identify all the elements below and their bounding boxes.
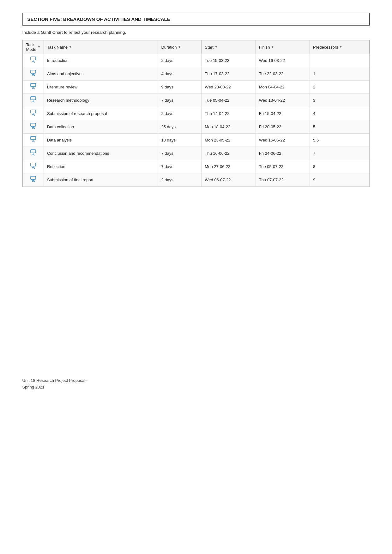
task-name-cell: Data collection bbox=[44, 120, 158, 134]
finish-cell: Tue 05-07-22 bbox=[256, 160, 310, 173]
col-duration-label: Duration bbox=[161, 45, 177, 50]
finish-cell: Mon 04-04-22 bbox=[256, 81, 310, 94]
start-cell: Thu 17-03-22 bbox=[202, 67, 256, 81]
task-mode-icon bbox=[30, 136, 37, 143]
task-mode-icon bbox=[30, 123, 37, 129]
task-name-cell: Literature review bbox=[44, 81, 158, 94]
task-name-cell: Reflection bbox=[44, 160, 158, 173]
task-name-cell: Introduction bbox=[44, 54, 158, 67]
start-cell: Wed 06-07-22 bbox=[202, 173, 256, 187]
task-mode-icon bbox=[30, 149, 37, 156]
task-mode-cell bbox=[23, 107, 44, 120]
svg-rect-32 bbox=[31, 163, 36, 166]
task-mode-cell bbox=[23, 120, 44, 134]
predecessors-cell: 7 bbox=[310, 147, 369, 160]
finish-cell: Fri 24-06-22 bbox=[256, 147, 310, 160]
table-row: Aims and objectives4 daysThu 17-03-22Tue… bbox=[23, 67, 369, 81]
col-task-mode-label: TaskMode bbox=[26, 42, 37, 52]
start-cell: Wed 23-03-22 bbox=[202, 81, 256, 94]
col-predecessors-sort-icon[interactable]: ▼ bbox=[340, 45, 342, 49]
duration-cell: 18 days bbox=[158, 134, 202, 147]
svg-rect-28 bbox=[31, 150, 36, 153]
duration-cell: 2 days bbox=[158, 173, 202, 187]
col-duration[interactable]: Duration ▼ bbox=[158, 40, 202, 54]
start-cell: Mon 18-04-22 bbox=[202, 120, 256, 134]
svg-rect-36 bbox=[31, 176, 36, 179]
footer-line1: Unit 18 Research Project Proposal– bbox=[22, 377, 370, 384]
table-row: Research methodology7 daysTue 05-04-22We… bbox=[23, 94, 369, 107]
col-duration-sort-icon[interactable]: ▼ bbox=[178, 45, 181, 49]
col-task-name-sort-icon[interactable]: ▼ bbox=[69, 45, 72, 49]
col-start-sort-icon[interactable]: ▼ bbox=[215, 45, 218, 49]
task-name-cell: Data analysis bbox=[44, 134, 158, 147]
table-row: Reflection7 daysMon 27-06-22Tue 05-07-22… bbox=[23, 160, 369, 173]
duration-cell: 9 days bbox=[158, 81, 202, 94]
task-name-cell: Aims and objectives bbox=[44, 67, 158, 81]
duration-cell: 2 days bbox=[158, 54, 202, 67]
col-task-mode-sort-icon[interactable]: ▼ bbox=[38, 45, 40, 49]
task-mode-cell bbox=[23, 54, 44, 67]
svg-marker-23 bbox=[34, 128, 35, 129]
section-title: SECTION FIVE: BREAKDOWN OF ACTIVITIES AN… bbox=[22, 13, 370, 26]
duration-cell: 25 days bbox=[158, 120, 202, 134]
col-finish[interactable]: Finish ▼ bbox=[256, 40, 310, 54]
task-mode-icon bbox=[30, 96, 37, 103]
table-row: Data analysis18 daysMon 23-05-22Wed 15-0… bbox=[23, 134, 369, 147]
predecessors-cell: 1 bbox=[310, 67, 369, 81]
task-name-cell: Submission of final report bbox=[44, 173, 158, 187]
finish-cell: Fri 20-05-22 bbox=[256, 120, 310, 134]
predecessors-cell bbox=[310, 54, 369, 67]
table-row: Submission of final report2 daysWed 06-0… bbox=[23, 173, 369, 187]
finish-cell: Wed 16-03-22 bbox=[256, 54, 310, 67]
task-mode-cell bbox=[23, 81, 44, 94]
col-task-name[interactable]: Task Name ▼ bbox=[44, 40, 158, 54]
task-mode-cell bbox=[23, 160, 44, 173]
section-subtitle: Include a Gantt Chart to reflect your re… bbox=[22, 30, 370, 35]
predecessors-cell: 5,6 bbox=[310, 134, 369, 147]
svg-rect-0 bbox=[31, 57, 36, 60]
task-name-cell: Conclusion and recommendations bbox=[44, 147, 158, 160]
svg-rect-20 bbox=[31, 123, 36, 126]
finish-cell: Wed 15-06-22 bbox=[256, 134, 310, 147]
start-cell: Mon 23-05-22 bbox=[202, 134, 256, 147]
predecessors-cell: 4 bbox=[310, 107, 369, 120]
start-cell: Thu 14-04-22 bbox=[202, 107, 256, 120]
task-mode-icon bbox=[30, 176, 37, 183]
duration-cell: 2 days bbox=[158, 107, 202, 120]
task-mode-icon bbox=[30, 56, 37, 63]
col-finish-sort-icon[interactable]: ▼ bbox=[271, 45, 274, 49]
col-start[interactable]: Start ▼ bbox=[202, 40, 256, 54]
start-cell: Thu 16-06-22 bbox=[202, 147, 256, 160]
start-cell: Mon 27-06-22 bbox=[202, 160, 256, 173]
duration-cell: 7 days bbox=[158, 160, 202, 173]
start-cell: Tue 15-03-22 bbox=[202, 54, 256, 67]
task-mode-cell bbox=[23, 67, 44, 81]
svg-marker-35 bbox=[34, 168, 35, 169]
svg-rect-24 bbox=[31, 136, 36, 140]
finish-cell: Tue 22-03-22 bbox=[256, 67, 310, 81]
svg-marker-39 bbox=[34, 181, 35, 182]
start-cell: Tue 05-04-22 bbox=[202, 94, 256, 107]
task-mode-icon bbox=[30, 83, 37, 90]
task-mode-cell bbox=[23, 94, 44, 107]
table-header-row: TaskMode ▼ Task Name ▼ Duration ▼ bbox=[23, 40, 369, 54]
page-container: SECTION FIVE: BREAKDOWN OF ACTIVITIES AN… bbox=[22, 13, 370, 391]
table-row: Submission of research proposal2 daysThu… bbox=[23, 107, 369, 120]
footer: Unit 18 Research Project Proposal– Sprin… bbox=[22, 377, 370, 391]
svg-rect-12 bbox=[31, 97, 36, 100]
task-mode-icon bbox=[30, 69, 37, 76]
col-task-mode[interactable]: TaskMode ▼ bbox=[23, 40, 44, 54]
col-task-name-label: Task Name bbox=[47, 45, 68, 50]
task-name-cell: Research methodology bbox=[44, 94, 158, 107]
task-mode-icon bbox=[30, 162, 37, 169]
table-row: Literature review9 daysWed 23-03-22Mon 0… bbox=[23, 81, 369, 94]
col-predecessors-label: Predecessors bbox=[313, 45, 338, 50]
col-predecessors[interactable]: Predecessors ▼ bbox=[310, 40, 369, 54]
svg-marker-27 bbox=[34, 142, 35, 142]
finish-cell: Fri 15-04-22 bbox=[256, 107, 310, 120]
svg-marker-3 bbox=[34, 62, 35, 63]
svg-marker-7 bbox=[34, 75, 35, 76]
table-row: Conclusion and recommendations7 daysThu … bbox=[23, 147, 369, 160]
svg-rect-16 bbox=[31, 110, 36, 113]
col-finish-label: Finish bbox=[259, 45, 270, 50]
